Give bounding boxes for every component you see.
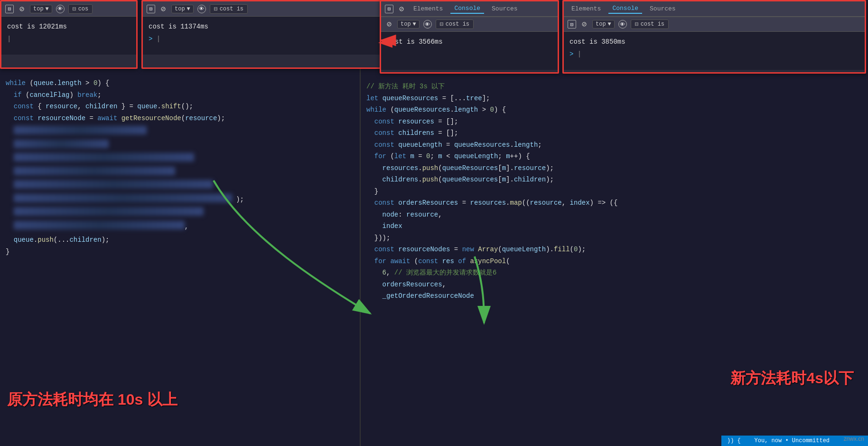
inspector-icon-4[interactable]: ⊡ (568, 20, 576, 28)
dt3-console: cost is 3566ms (381, 32, 558, 70)
filter-icon-1: ⊟ (73, 5, 76, 13)
no-icon-4[interactable]: ⊘ (580, 20, 588, 28)
dt1-output: cost is 12021ms (7, 20, 131, 33)
annotation-right: 新方法耗时4s以下 (730, 368, 854, 389)
status-text: )) { You, now • Uncommitted (727, 437, 830, 444)
filter-icon-4: ⊟ (635, 20, 639, 28)
inspector-icon-2[interactable]: ⊡ (147, 5, 155, 13)
tab-elements-3[interactable]: Elements (410, 4, 447, 13)
inspector-icon[interactable]: ⊡ (5, 5, 14, 13)
dt3-filter[interactable]: ⊟ cost is (436, 19, 474, 29)
dt2-console: cost is 11374ms > | (143, 17, 384, 55)
dt2-prompt: > | (149, 33, 379, 45)
annotation-left: 原方法耗时均在 10s 以上 (7, 389, 177, 410)
dt1-top-select[interactable]: top ▼ (30, 5, 52, 13)
devtools-overlay-4: Elements Console Sources ⊡ ⊘ top ▼ 👁 ⊟ c… (562, 0, 866, 74)
tab-console-3[interactable]: Console (450, 4, 484, 14)
dt3-top-select[interactable]: top ▼ (397, 20, 420, 28)
dt4-toolbar2: ⊡ ⊘ top ▼ 👁 ⊟ cost is (564, 17, 865, 32)
dt4-console: cost is 3850ms > | (564, 32, 865, 70)
dt1-console: cost is 12021ms | (1, 17, 136, 55)
no-icon[interactable]: ⊘ (18, 5, 26, 13)
dt1-prompt: | (7, 33, 131, 45)
watermark: znwx.cn (844, 436, 864, 442)
dt1-toolbar: ⊡ ⊘ top ▼ 👁 ⊟ cos (1, 1, 136, 17)
dt4-filter[interactable]: ⊟ cost is (631, 19, 669, 29)
devtools-overlay-1: ⊡ ⊘ top ▼ 👁 ⊟ cos cost is 12021ms | (0, 0, 138, 69)
dt2-output: cost is 11374ms (149, 20, 379, 33)
dt4-prompt: > | (569, 48, 859, 60)
devtools-overlay-2: ⊡ ⊘ top ▼ 👁 ⊟ cost is cost is 11374ms > … (141, 0, 386, 69)
dt4-output: cost is 3850ms (569, 36, 859, 48)
right-code-area: // 新方法 耗时 3s 以下 let queueResources = [..… (361, 77, 868, 446)
eye-icon-2[interactable]: 👁 (197, 5, 206, 13)
eye-icon-4[interactable]: 👁 (618, 20, 627, 28)
tab-console-4[interactable]: Console (608, 4, 642, 14)
no-icon-2[interactable]: ⊘ (159, 5, 168, 13)
tab-sources-4[interactable]: Sources (646, 4, 680, 13)
eye-icon-3[interactable]: 👁 (423, 20, 432, 28)
filter-icon-2: ⊟ (214, 5, 218, 13)
inspector-icon-3[interactable]: ⊡ (385, 5, 393, 13)
dt1-filter[interactable]: ⊟ cos (68, 4, 93, 14)
dt3-toolbar2: ⊘ top ▼ 👁 ⊟ cost is (381, 17, 558, 32)
no-icon-3[interactable]: ⊘ (397, 5, 406, 13)
dt3-toolbar: ⊡ ⊘ Elements Console Sources (381, 1, 558, 17)
dt2-filter[interactable]: ⊟ cost is (210, 4, 248, 14)
dt2-toolbar: ⊡ ⊘ top ▼ 👁 ⊟ cost is (143, 1, 384, 17)
eye-icon[interactable]: 👁 (56, 5, 65, 13)
tab-elements-4[interactable]: Elements (568, 4, 605, 13)
filter-icon-3: ⊟ (440, 20, 444, 28)
dt2-top-select[interactable]: top ▼ (171, 5, 194, 13)
dt4-toolbar: Elements Console Sources (564, 1, 865, 17)
dt3-output: cost is 3566ms (387, 36, 552, 48)
tab-sources-3[interactable]: Sources (488, 4, 522, 13)
no-icon-3b[interactable]: ⊘ (385, 20, 393, 28)
dt4-top-select[interactable]: top ▼ (592, 20, 615, 28)
devtools-overlay-3: ⊡ ⊘ Elements Console Sources ⊘ top ▼ 👁 ⊟… (380, 0, 559, 74)
